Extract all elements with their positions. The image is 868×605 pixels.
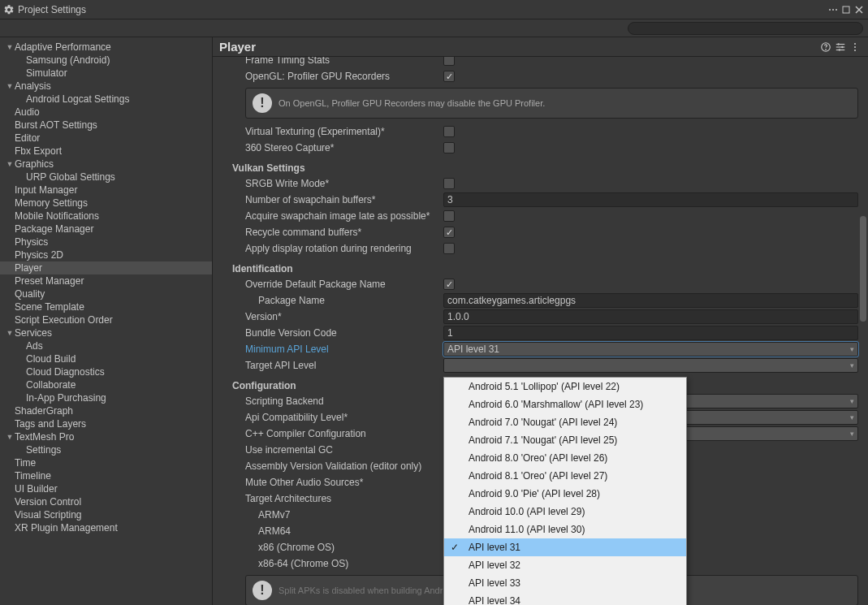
setting-row: Number of swapchain buffers* (232, 192, 858, 208)
maximize-icon[interactable] (840, 4, 852, 15)
dropdown-option[interactable]: Android 7.1 'Nougat' (API level 25) (444, 431, 686, 449)
setting-row: OpenGL: Profiler GPU Recorders (232, 68, 858, 84)
checkbox[interactable] (443, 126, 455, 137)
dropdown-popup[interactable]: Android 5.1 'Lollipop' (API level 22)And… (443, 377, 687, 605)
dropdown-option[interactable]: Android 9.0 'Pie' (API level 28) (444, 485, 686, 503)
dropdown-option[interactable]: Android 6.0 'Marshmallow' (API level 23) (444, 395, 686, 413)
sidebar-item-settings[interactable]: Settings (0, 443, 212, 456)
sidebar-item-burst-aot-settings[interactable]: Burst AOT Settings (0, 119, 212, 132)
sidebar-item-tags-and-layers[interactable]: Tags and Layers (0, 417, 212, 430)
sidebar-item-shadergraph[interactable]: ShaderGraph (0, 404, 212, 417)
sidebar-item-services[interactable]: ▼Services (0, 326, 212, 339)
sidebar-item-scene-template[interactable]: Scene Template (0, 300, 212, 313)
text-input[interactable] (443, 326, 858, 340)
sidebar-item-samsung-android-[interactable]: Samsung (Android) (0, 54, 212, 67)
chevron-down-icon: ▾ (850, 361, 854, 369)
checkbox[interactable] (443, 71, 455, 82)
sidebar-item-time[interactable]: Time (0, 456, 212, 469)
sidebar-item-label: Android Logcat Settings (26, 93, 129, 105)
dropdown-option[interactable]: API level 33 (444, 574, 686, 592)
sidebar-item-ui-builder[interactable]: UI Builder (0, 482, 212, 495)
checkbox[interactable] (443, 178, 455, 189)
sidebar-item-physics[interactable]: Physics (0, 236, 212, 248)
close-icon[interactable] (853, 4, 865, 15)
sidebar-item-version-control[interactable]: Version Control (0, 495, 212, 508)
expand-toggle-icon[interactable]: ▼ (5, 329, 15, 337)
sidebar-item-simulator[interactable]: Simulator (0, 67, 212, 80)
sidebar-item-label: UI Builder (15, 483, 58, 495)
text-input[interactable] (443, 309, 858, 324)
setting-control (443, 279, 858, 290)
setting-control (443, 326, 858, 340)
scrollbar-thumb[interactable] (860, 216, 866, 322)
text-input[interactable] (443, 192, 858, 207)
sidebar-item-player[interactable]: Player (0, 261, 212, 274)
dropdown[interactable]: API level 31▾ (443, 342, 858, 357)
checkbox[interactable] (443, 243, 455, 254)
expand-toggle-icon[interactable]: ▼ (5, 43, 15, 51)
dropdown-option[interactable]: API level 31 (444, 538, 686, 556)
sidebar-item-analysis[interactable]: ▼Analysis (0, 80, 212, 93)
sidebar-item-physics-2d[interactable]: Physics 2D (0, 248, 212, 261)
sidebar-item-label: Scene Template (15, 301, 84, 313)
dropdown-option[interactable]: API level 32 (444, 556, 686, 574)
svg-rect-10 (836, 43, 845, 44)
sidebar-item-in-app-purchasing[interactable]: In-App Purchasing (0, 391, 212, 404)
dropdown-option[interactable]: Android 7.0 'Nougat' (API level 24) (444, 413, 686, 431)
sidebar-item-urp-global-settings[interactable]: URP Global Settings (0, 171, 212, 184)
sidebar-item-android-logcat-settings[interactable]: Android Logcat Settings (0, 93, 212, 106)
setting-label: Assembly Version Validation (editor only… (232, 460, 443, 472)
help-icon[interactable] (819, 41, 832, 54)
sidebar-item-label: Version Control (15, 496, 81, 508)
sidebar-item-cloud-diagnostics[interactable]: Cloud Diagnostics (0, 365, 212, 378)
dropdown-option[interactable]: Android 8.1 'Oreo' (API level 27) (444, 467, 686, 485)
settings-icon[interactable] (834, 41, 847, 54)
checkbox[interactable] (443, 210, 455, 222)
sidebar-item-ads[interactable]: Ads (0, 339, 212, 352)
dropdown-option[interactable]: Android 8.0 'Oreo' (API level 26) (444, 449, 686, 467)
setting-row: Package Name (232, 292, 858, 309)
window-menu-icon[interactable] (827, 4, 839, 15)
sidebar-item-audio[interactable]: Audio (0, 106, 212, 119)
checkbox[interactable] (443, 279, 455, 290)
sidebar-item-editor[interactable]: Editor (0, 132, 212, 145)
sidebar-item-fbx-export[interactable]: Fbx Export (0, 145, 212, 158)
expand-toggle-icon[interactable]: ▼ (5, 82, 15, 90)
sidebar-item-graphics[interactable]: ▼Graphics (0, 158, 212, 171)
search-input[interactable] (628, 22, 863, 35)
text-input[interactable] (443, 293, 858, 308)
expand-toggle-icon[interactable]: ▼ (5, 160, 15, 168)
dropdown-option[interactable]: Android 11.0 (API level 30) (444, 521, 686, 538)
sidebar-item-quality[interactable]: Quality (0, 287, 212, 300)
sidebar-item-textmesh-pro[interactable]: ▼TextMesh Pro (0, 430, 212, 443)
sidebar-item-visual-scripting[interactable]: Visual Scripting (0, 508, 212, 521)
scrollbar[interactable] (858, 37, 868, 605)
sidebar-item-xr-plugin-management[interactable]: XR Plugin Management (0, 521, 212, 534)
setting-label: Frame Timing Stats (232, 57, 443, 66)
setting-label: Version* (232, 311, 443, 322)
sidebar-item-timeline[interactable]: Timeline (0, 469, 212, 482)
sidebar-item-label: Settings (26, 444, 61, 456)
checkbox[interactable] (443, 142, 455, 153)
sidebar-item-package-manager[interactable]: Package Manager (0, 223, 212, 236)
sidebar-item-mobile-notifications[interactable]: Mobile Notifications (0, 210, 212, 223)
sidebar-item-script-execution-order[interactable]: Script Execution Order (0, 313, 212, 326)
dropdown[interactable]: ▾ (443, 358, 858, 373)
checkbox[interactable] (443, 227, 455, 238)
sidebar-item-memory-settings[interactable]: Memory Settings (0, 197, 212, 210)
setting-row: Minimum API LevelAPI level 31▾ (232, 341, 858, 357)
dropdown-option[interactable]: Android 5.1 'Lollipop' (API level 22) (444, 378, 686, 395)
expand-toggle-icon[interactable]: ▼ (5, 433, 15, 441)
sidebar-item-adaptive-performance[interactable]: ▼Adaptive Performance (0, 41, 212, 54)
svg-point-13 (838, 43, 840, 45)
sidebar-item-label: Samsung (Android) (26, 54, 110, 66)
titlebar: Project Settings (0, 0, 868, 19)
dropdown-option[interactable]: Android 10.0 (API level 29) (444, 503, 686, 521)
dropdown-option[interactable]: API level 34 (444, 592, 686, 605)
sidebar-item-cloud-build[interactable]: Cloud Build (0, 352, 212, 365)
sidebar-item-preset-manager[interactable]: Preset Manager (0, 274, 212, 287)
sidebar-item-input-manager[interactable]: Input Manager (0, 184, 212, 197)
setting-label: Target API Level (232, 360, 443, 371)
checkbox[interactable] (443, 57, 455, 66)
sidebar-item-collaborate[interactable]: Collaborate (0, 378, 212, 391)
